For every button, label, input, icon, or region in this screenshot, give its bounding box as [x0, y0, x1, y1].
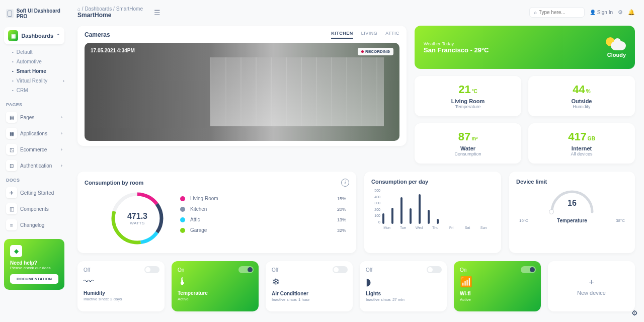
gauge-min: 16°C [519, 218, 528, 223]
bar [437, 219, 439, 224]
gauge-max: 38°C [616, 218, 625, 223]
gear-icon[interactable]: ⚙ [618, 9, 623, 16]
sidenav-toggle[interactable]: ☰ [154, 9, 160, 17]
help-title: Need help? [10, 260, 58, 266]
nav-icon: ≡ [6, 219, 17, 230]
toggle[interactable] [521, 266, 536, 273]
nav-icon: ◫ [6, 203, 17, 214]
sidebar-item-pages[interactable]: ▤Pages› [4, 109, 64, 125]
legend-item: Kitchen20% [180, 204, 346, 214]
search-field[interactable] [539, 10, 579, 15]
toggle[interactable] [427, 266, 442, 273]
toggle[interactable] [238, 266, 254, 273]
brand-text: Soft UI Dashboard PRO [17, 8, 62, 19]
sidebar-item-changelog[interactable]: ≡Changelog [4, 217, 64, 233]
bar [419, 194, 421, 224]
stat-internet: 417GBInternetAll devices [528, 123, 635, 164]
tab-attic[interactable]: ATTIC [385, 31, 399, 39]
sidebar-item-ecommerce[interactable]: ◳Ecommerce› [4, 141, 64, 157]
weather-condition: Cloudy [605, 52, 626, 58]
bar [400, 197, 403, 224]
info-icon[interactable]: i [341, 179, 349, 187]
brand[interactable]: Soft UI Dashboard PRO [4, 6, 64, 21]
device-humidity[interactable]: Off〰HumidityInactive since: 2 days [77, 261, 165, 311]
help-subtitle: Please check our docs [10, 266, 58, 270]
toggle[interactable] [333, 266, 348, 273]
consumption-day-card: Consumption per day 5004003002001000 Mon… [364, 172, 501, 253]
sidebar-item-default[interactable]: Default [12, 47, 64, 57]
temperature-gauge[interactable]: 16 [548, 188, 596, 213]
weather-label: Weather Today [424, 41, 489, 46]
consumption-legend[interactable]: Living Room15%Kitchen20%Attic13%Garage32… [180, 193, 349, 244]
sidebar-item-virtual-reality[interactable]: Virtual Reality› [12, 76, 64, 86]
chevron-right-icon: › [61, 115, 62, 120]
donut-label: WATTS [130, 221, 145, 225]
consumption-day-title: Consumption per day [371, 179, 494, 185]
settings-fab[interactable]: ⚙ [631, 309, 638, 317]
camera-timestamp: 17.05.2021 4:34PM [91, 48, 135, 53]
device-air-conditioner[interactable]: Off❄Air ConditionerInactive since: 1 hou… [266, 261, 353, 311]
device-temperature[interactable]: On🌡TemperatureActive [172, 261, 259, 311]
legend-item: Garage32% [180, 225, 346, 235]
stat-living-room: 21°CLiving RoomTemperature [415, 76, 521, 116]
section-pages: PAGES [4, 98, 64, 109]
search-input[interactable]: ⌕ [529, 7, 585, 18]
gauge-knob[interactable] [549, 209, 554, 214]
gauge-value: 16 [548, 199, 596, 208]
section-docs: DOCS [4, 174, 64, 185]
shop-icon: ▣ [8, 30, 18, 41]
sidebar-item-applications[interactable]: ▦Applications› [4, 125, 64, 141]
stat-water: 87m³WaterConsumption [415, 123, 521, 164]
temperature-icon: 🌡 [178, 276, 253, 287]
weather-icon [605, 37, 626, 50]
camera-view[interactable]: 17.05.2021 4:34PM RECORDING [85, 43, 399, 141]
documentation-button[interactable]: DOCUMENTATION [10, 274, 58, 284]
tab-kitchen[interactable]: KITCHEN [331, 31, 353, 39]
consumption-room-card: Consumption by roomi 471.3WATTS Living R… [77, 172, 356, 253]
bell-icon[interactable]: 🔔 [628, 9, 635, 16]
bar [410, 208, 412, 224]
plus-icon: + [589, 277, 594, 288]
consumption-bar-chart: 5004003002001000 [371, 189, 494, 224]
sidebar-item-crm[interactable]: CRM [12, 86, 64, 95]
home-icon[interactable]: ⌂ [77, 6, 80, 12]
sidebar-item-getting-started[interactable]: ✈Getting Started [4, 185, 64, 201]
donut-value: 471.3 [127, 212, 147, 221]
help-icon: ◆ [10, 245, 22, 257]
weather-card: Weather Today San Francisco - 29°C Cloud… [415, 26, 635, 69]
weather-location: San Francisco - 29°C [424, 46, 489, 54]
humidity-icon: 〰 [84, 276, 158, 287]
sidebar-item-smart-home[interactable]: Smart Home [12, 66, 64, 76]
brand-logo [6, 9, 14, 18]
device-wi-fi[interactable]: On📶Wi-fiActive [454, 261, 541, 311]
sidebar-item-components[interactable]: ◫Components [4, 201, 64, 217]
search-icon: ⌕ [534, 10, 537, 15]
bar [382, 213, 384, 224]
nav-dashboards[interactable]: ▣Dashboards⌃ [4, 27, 64, 44]
toggle[interactable] [144, 266, 159, 273]
wifi-icon: 📶 [460, 276, 535, 288]
user-icon: 👤 [590, 10, 596, 15]
lights-icon: ◗ [366, 276, 441, 288]
sidebar-item-automotive[interactable]: Automotive [12, 57, 64, 66]
cameras-card: Cameras KITCHENLIVINGATTIC 17.05.2021 4:… [77, 26, 407, 146]
sidebar-item-authentication[interactable]: ⊡Authentication› [4, 157, 64, 174]
chevron-right-icon: › [61, 131, 62, 136]
consumption-room-title: Consumption by room [85, 180, 143, 186]
nav-icon: ▦ [6, 128, 17, 139]
breadcrumb[interactable]: ⌂ / Dashboards / SmartHome [77, 6, 143, 12]
signin-link[interactable]: 👤Sign In [590, 10, 613, 15]
recording-badge: RECORDING [358, 48, 393, 55]
stat-outside: 44%OutsideHumidity [528, 76, 635, 116]
legend-item: Living Room15% [180, 193, 346, 204]
add-device-button[interactable]: +New device [548, 261, 635, 311]
gauge-label: Temperature [557, 218, 587, 223]
tab-living[interactable]: LIVING [361, 31, 378, 39]
page-title: SmartHome [77, 12, 143, 19]
bar [428, 210, 430, 224]
cameras-title: Cameras [85, 31, 110, 38]
ac-icon: ❄ [272, 276, 347, 288]
chevron-up-icon: ⌃ [56, 33, 60, 38]
device-lights[interactable]: Off◗LightsInactive since: 27 min [360, 261, 447, 311]
device-limit-title: Device limit [516, 179, 628, 185]
